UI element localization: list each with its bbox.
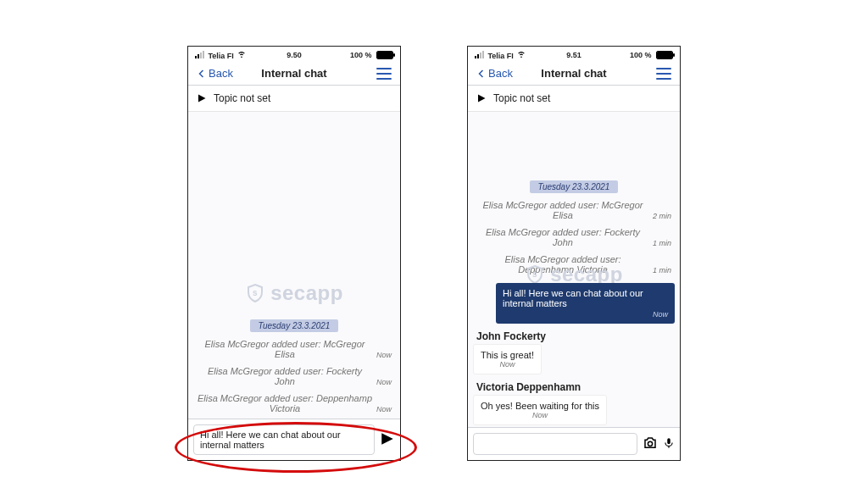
sender-name: Victoria Deppenhamn	[468, 376, 680, 395]
microphone-button[interactable]	[663, 435, 675, 452]
nav-bar: Back Internal chat	[468, 62, 680, 86]
message-text: Hi all! Here we can chat about our inter…	[503, 288, 643, 308]
date-divider: Tuesday 23.3.2021	[250, 319, 339, 332]
timestamp: 1 min	[649, 239, 671, 247]
battery-icon	[376, 51, 393, 59]
system-message: Elisa McGregor added user: Deppenhamn Vi…	[468, 252, 680, 280]
message-input[interactable]	[473, 433, 637, 455]
phone-screenshot-before: Telia FI 9.50 100 % Back Internal chat T…	[187, 46, 401, 461]
back-label: Back	[209, 67, 233, 80]
back-label: Back	[488, 67, 513, 80]
system-message: Elisa McGregor added user: Fockerty John…	[468, 225, 680, 252]
timestamp: Now	[373, 405, 392, 413]
timestamp: 1 min	[649, 266, 671, 274]
camera-button[interactable]	[643, 435, 658, 452]
incoming-message[interactable]: Oh yes! Been waiting for this Now	[473, 395, 607, 425]
date-divider: Tuesday 23.3.2021	[530, 180, 619, 193]
message-time: Now	[503, 310, 668, 319]
back-button[interactable]: Back	[197, 67, 233, 80]
chat-body: s secapp Tuesday 23.3.2021 Elisa McGrego…	[468, 112, 680, 427]
chevron-left-icon	[197, 69, 207, 79]
incoming-message[interactable]: This is great! Now	[473, 344, 542, 374]
message-input[interactable]: Hi all! Here we can chat about our inter…	[193, 424, 375, 455]
nav-bar: Back Internal chat	[188, 62, 400, 86]
svg-point-2	[648, 441, 652, 446]
carrier-label: Telia FI	[209, 52, 234, 60]
message-composer	[468, 427, 680, 460]
system-message: Elisa McGregor added user: McGregor Elis…	[468, 198, 680, 225]
system-message: Elisa McGregor added user: Deppenhamp Vi…	[188, 391, 400, 419]
message-time: Now	[481, 411, 599, 419]
send-button[interactable]	[380, 431, 395, 448]
chevron-left-icon	[476, 69, 487, 79]
menu-button[interactable]	[376, 68, 392, 80]
timestamp: Now	[373, 351, 392, 359]
message-text: Oh yes! Been waiting for this	[481, 401, 599, 411]
outgoing-message[interactable]: Hi all! Here we can chat about our inter…	[496, 283, 675, 324]
play-icon	[197, 93, 207, 103]
battery-label: 100 %	[350, 51, 372, 59]
message-composer: Hi all! Here we can chat about our inter…	[188, 419, 400, 460]
svg-rect-3	[667, 438, 670, 444]
message-text: This is great!	[481, 350, 534, 360]
topic-label: Topic not set	[214, 92, 270, 104]
play-icon	[476, 93, 487, 103]
wifi-icon	[517, 50, 526, 60]
message-time: Now	[481, 360, 534, 369]
back-button[interactable]: Back	[476, 67, 513, 80]
topic-bar[interactable]: Topic not set	[468, 86, 680, 112]
signal-icon	[475, 51, 484, 58]
sender-name: John Fockerty	[468, 325, 680, 344]
menu-button[interactable]	[656, 68, 671, 80]
chat-body: s secapp Tuesday 23.3.2021 Elisa McGrego…	[188, 112, 400, 419]
phone-screenshot-after: Telia FI 9.51 100 % Back Internal chat T…	[467, 46, 681, 461]
topic-bar[interactable]: Topic not set	[188, 86, 400, 112]
wifi-icon	[237, 50, 246, 60]
status-bar: Telia FI 9.51 100 %	[468, 47, 680, 62]
timestamp: 2 min	[649, 212, 671, 220]
system-message: Elisa McGregor added user: McGregor Elis…	[188, 337, 400, 364]
battery-icon	[656, 51, 673, 59]
system-message: Elisa McGregor added user: Fockerty John…	[188, 364, 400, 391]
carrier-label: Telia FI	[488, 52, 514, 60]
signal-icon	[195, 51, 204, 58]
topic-label: Topic not set	[493, 92, 550, 104]
timestamp: Now	[373, 378, 392, 386]
status-bar: Telia FI 9.50 100 %	[188, 47, 400, 62]
battery-label: 100 %	[630, 51, 652, 59]
